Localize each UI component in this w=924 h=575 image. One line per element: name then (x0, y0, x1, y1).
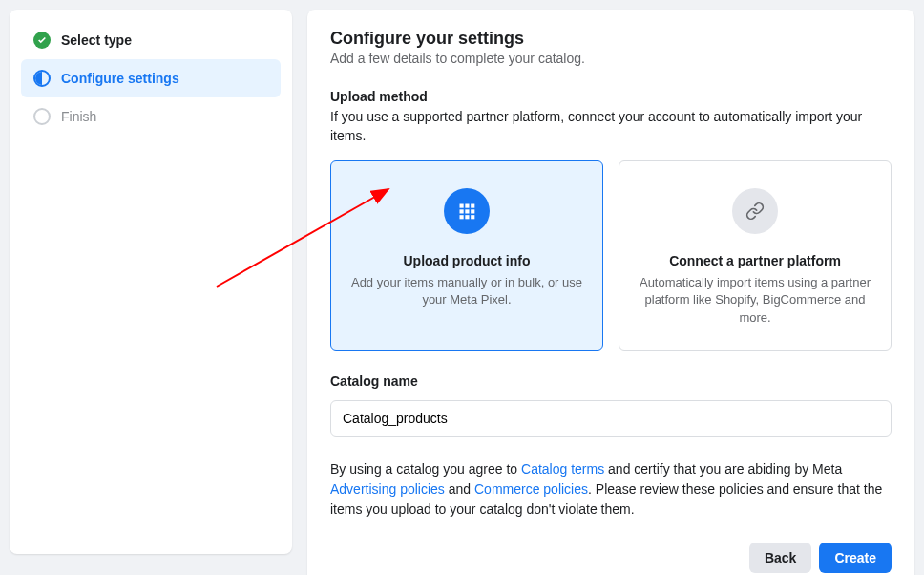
option-description: Automatically import items using a partn… (639, 274, 872, 327)
catalog-name-input[interactable] (330, 400, 892, 437)
option-connect-partner-platform[interactable]: Connect a partner platform Automatically… (619, 160, 892, 351)
svg-rect-3 (460, 210, 464, 214)
svg-rect-6 (460, 215, 464, 219)
agreement-text: By using a catalog you agree to Catalog … (330, 459, 892, 520)
advertising-policies-link[interactable]: Advertising policies (330, 481, 445, 497)
step-configure-settings[interactable]: Configure settings (21, 59, 281, 97)
step-label: Select type (61, 32, 132, 48)
step-label: Finish (61, 109, 96, 124)
option-description: Add your items manually or in bulk, or u… (350, 274, 583, 309)
svg-rect-8 (471, 215, 474, 219)
link-icon (732, 188, 778, 234)
page-subtitle: Add a few details to complete your catal… (330, 51, 892, 66)
grid-icon (444, 188, 490, 234)
back-button[interactable]: Back (749, 543, 811, 573)
half-circle-icon (32, 69, 52, 88)
step-select-type[interactable]: Select type (21, 21, 281, 59)
catalog-name-label: Catalog name (330, 373, 892, 389)
create-button[interactable]: Create (819, 543, 892, 573)
option-title: Upload product info (350, 253, 583, 268)
stepper-sidebar: Select type Configure settings Finish (10, 10, 292, 554)
svg-rect-2 (471, 204, 474, 208)
catalog-terms-link[interactable]: Catalog terms (521, 461, 604, 477)
svg-rect-4 (465, 210, 469, 214)
svg-rect-1 (465, 204, 469, 208)
upload-method-description: If you use a supported partner platform,… (330, 108, 892, 145)
main-panel: Configure your settings Add a few detail… (307, 10, 914, 575)
page-title: Configure your settings (330, 29, 892, 49)
svg-rect-7 (465, 215, 469, 219)
step-label: Configure settings (61, 71, 179, 86)
empty-circle-icon (32, 107, 52, 126)
upload-method-heading: Upload method (330, 89, 892, 104)
check-circle-icon (32, 31, 52, 50)
svg-rect-0 (460, 204, 464, 208)
commerce-policies-link[interactable]: Commerce policies (474, 481, 588, 497)
step-finish[interactable]: Finish (21, 97, 281, 136)
option-title: Connect a partner platform (639, 253, 872, 268)
svg-rect-5 (471, 210, 474, 214)
option-upload-product-info[interactable]: Upload product info Add your items manua… (330, 160, 603, 351)
